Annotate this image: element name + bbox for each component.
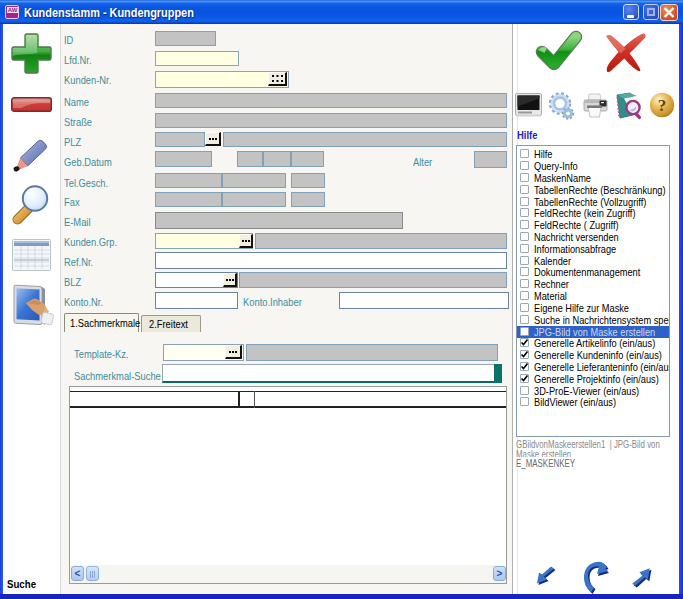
svg-text:?: ? (658, 96, 667, 115)
